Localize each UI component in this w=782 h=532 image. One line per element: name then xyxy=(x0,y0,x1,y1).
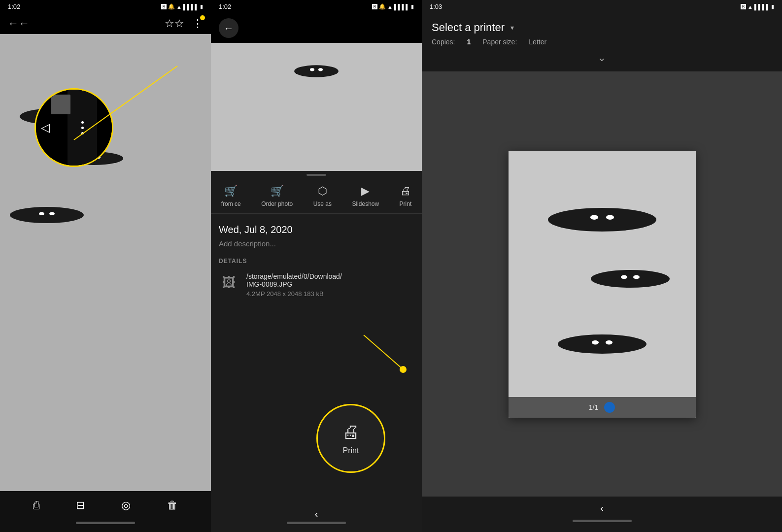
eye-art-3 xyxy=(10,207,84,223)
copies-value: 1 xyxy=(467,38,471,46)
photo2-eye-art-top xyxy=(294,65,339,77)
edit-button[interactable]: ⊟ xyxy=(76,499,85,512)
cart-icon: 🛒 xyxy=(224,185,238,198)
print-circle-icon: 🖨 xyxy=(342,422,360,442)
actions-row: 🛒 from ce 🛒 Order photo ⬡ Use as ▶ Slide… xyxy=(211,179,422,214)
useas-icon: ⬡ xyxy=(318,185,327,198)
bottom-icons-1[interactable]: ⎙ ⊟ ◎ 🗑 xyxy=(0,499,211,512)
copies-label: Copies: xyxy=(432,38,455,46)
panel3: 1:03 🅱 ▲ ▌▌▌▌ ▮ Select a printer ▾ Copie… xyxy=(422,0,782,532)
nav-pill-2 xyxy=(287,522,346,524)
expand-icon[interactable]: ⌄ xyxy=(598,52,606,64)
status-icons-1: 🅱 🔔 ▲ ▌▌▌▌ ▮ xyxy=(161,3,203,10)
action-order-photo[interactable]: 🛒 Order photo xyxy=(261,185,293,207)
printer-select-row[interactable]: Select a printer ▾ xyxy=(432,21,772,34)
preview-page-num: 1/1 xyxy=(589,403,598,411)
panel2-info: Wed, Jul 8, 2020 Add description... DETA… xyxy=(211,214,422,307)
signal-icon-2: ▌▌▌▌ xyxy=(394,4,409,10)
panel3-preview: 1/1 xyxy=(422,71,782,497)
star-button-1[interactable]: ☆ xyxy=(165,17,184,30)
zoom-circle-content: ◁ xyxy=(36,90,112,166)
status-bar-3: 1:03 🅱 ▲ ▌▌▌▌ ▮ xyxy=(422,0,782,13)
action-slideshow-label: Slideshow xyxy=(352,200,379,207)
preview-nav-dot[interactable] xyxy=(604,402,615,413)
paper-size-label: Paper size: xyxy=(482,38,517,46)
action-print[interactable]: 🖨 Print xyxy=(400,185,412,207)
battery-icon-3: ▮ xyxy=(771,3,774,10)
file-name: IMG-0089.JPG xyxy=(246,280,292,288)
action-useas-label: Use as xyxy=(313,200,332,207)
more-button-1[interactable]: ⋮ xyxy=(192,17,203,30)
action-order-label: Order photo xyxy=(261,200,293,207)
bottom-bar-1: ⎙ ⊟ ◎ 🗑 xyxy=(0,491,211,532)
panel2-date: Wed, Jul 8, 2020 xyxy=(219,224,414,235)
preview-eye-1 xyxy=(548,208,656,232)
top-bar-1: ← ☆ ⋮ xyxy=(0,13,211,34)
vol-icon-2: 🔔 xyxy=(379,3,386,10)
status-bar-1: 1:02 🅱 🔔 ▲ ▌▌▌▌ ▮ xyxy=(0,0,211,13)
printer-options-row: Copies: 1 Paper size: Letter xyxy=(432,38,772,46)
panel2-desc[interactable]: Add description... xyxy=(219,239,414,248)
battery-icon-2: ▮ xyxy=(411,3,414,10)
preview-footer: 1/1 xyxy=(509,397,696,418)
lens-button[interactable]: ◎ xyxy=(121,499,131,512)
panel2-photo-inner xyxy=(211,43,422,171)
file-icon: 🖼 xyxy=(219,272,238,292)
signal-icon: ▌▌▌▌ xyxy=(183,4,199,10)
spacer-2 xyxy=(211,307,422,508)
status-icons-3: 🅱 ▲ ▌▌▌▌ ▮ xyxy=(741,3,774,10)
preview-eye-3 xyxy=(558,334,646,354)
partial-back-icon: ◁ xyxy=(41,121,50,134)
drag-handle-2 xyxy=(306,174,326,176)
print-circle[interactable]: 🖨 Print xyxy=(316,404,385,473)
top-bar-2: ← xyxy=(211,13,422,43)
status-icons-2: 🅱 🔔 ▲ ▌▌▌▌ ▮ xyxy=(372,3,414,10)
bt-icon-3: 🅱 xyxy=(741,4,746,10)
action-from-ce-label: from ce xyxy=(221,200,241,207)
dropdown-arrow[interactable]: ▾ xyxy=(510,24,514,32)
time-2: 1:02 xyxy=(219,3,231,10)
time-3: 1:03 xyxy=(430,3,442,10)
image-area-1: ◁ xyxy=(0,34,211,491)
vol-icon: 🔔 xyxy=(168,3,175,10)
nav-pill-3 xyxy=(573,520,632,522)
action-slideshow[interactable]: ▶ Slideshow xyxy=(352,185,379,207)
nav-back-2[interactable]: ‹ xyxy=(315,508,318,520)
nav-back-3[interactable]: ‹ xyxy=(600,502,604,514)
panel2: 1:02 🅱 🔔 ▲ ▌▌▌▌ ▮ ← 🛒 from c xyxy=(211,0,422,532)
signal-icon-3: ▌▌▌▌ xyxy=(754,4,770,10)
printer-title: Select a printer xyxy=(432,21,505,34)
bottom-bar-2: ‹ xyxy=(211,508,422,532)
panel3-header: Select a printer ▾ Copies: 1 Paper size:… xyxy=(422,13,782,71)
nav-pill-1 xyxy=(76,522,135,524)
wifi-icon-2: ▲ xyxy=(387,4,393,10)
action-from-ce[interactable]: 🛒 from ce xyxy=(221,185,241,207)
print-action-icon: 🖨 xyxy=(400,185,411,198)
bt-icon-2: 🅱 xyxy=(372,4,377,10)
slideshow-icon: ▶ xyxy=(361,185,370,198)
trash-button[interactable]: 🗑 xyxy=(167,499,178,512)
print-circle-label: Print xyxy=(343,446,359,455)
action-use-as[interactable]: ⬡ Use as xyxy=(313,185,332,207)
share-button[interactable]: ⎙ xyxy=(33,499,39,512)
file-path: /storage/emulated/0/Download/ IMG-0089.J… xyxy=(246,272,342,288)
preview-page: 1/1 xyxy=(509,151,696,418)
indicator-dot-1 xyxy=(200,15,205,20)
file-details: /storage/emulated/0/Download/ IMG-0089.J… xyxy=(246,272,342,298)
expand-row[interactable]: ⌄ xyxy=(432,50,772,66)
back-button-1[interactable]: ← xyxy=(8,17,30,30)
panel2-photo xyxy=(211,43,422,171)
panel1: 1:02 🅱 🔔 ▲ ▌▌▌▌ ▮ ← ☆ ⋮ xyxy=(0,0,211,532)
order-icon: 🛒 xyxy=(271,185,284,198)
bt-icon: 🅱 xyxy=(161,4,167,10)
action-print-label: Print xyxy=(400,200,412,207)
battery-icon: ▮ xyxy=(200,3,203,10)
file-info-row: 🖼 /storage/emulated/0/Download/ IMG-0089… xyxy=(219,272,414,298)
preview-page-inner xyxy=(509,151,696,397)
zoom-circle: ◁ xyxy=(34,88,113,167)
status-bar-2: 1:02 🅱 🔔 ▲ ▌▌▌▌ ▮ xyxy=(211,0,422,13)
paper-size-value: Letter xyxy=(529,38,546,46)
back-button-2[interactable]: ← xyxy=(219,18,238,38)
thumb-preview xyxy=(51,95,70,114)
file-meta: 4.2MP 2048 x 2048 183 kB xyxy=(246,290,342,298)
